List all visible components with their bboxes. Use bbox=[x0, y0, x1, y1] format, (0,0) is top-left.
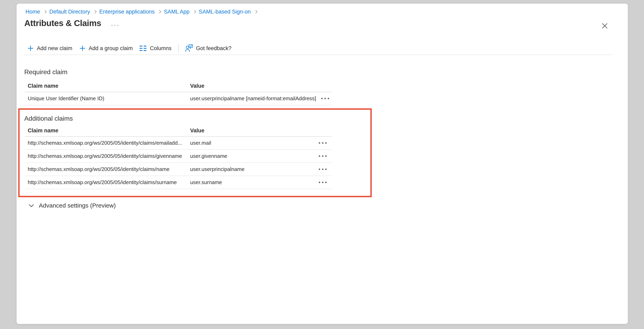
row-menu-button[interactable] bbox=[320, 96, 330, 101]
desktop-background: { "breadcrumb": { "items": ["Home", "Def… bbox=[0, 0, 644, 329]
chevron-right-icon bbox=[158, 10, 161, 13]
claim-value-cell: user.mail bbox=[190, 140, 314, 146]
breadcrumb-saml-based-sign-on[interactable]: SAML-based Sign-on bbox=[199, 9, 251, 15]
table-header-row: Claim name Value bbox=[25, 80, 332, 92]
page-title: Attributes & Claims bbox=[24, 17, 101, 29]
table-row[interactable]: http://schemas.xmlsoap.org/ws/2005/05/id… bbox=[25, 163, 332, 176]
claim-value-cell: user.givenname bbox=[190, 153, 314, 159]
required-claim-heading: Required claim bbox=[24, 67, 67, 76]
columns-icon bbox=[140, 45, 147, 51]
breadcrumb-saml-app[interactable]: SAML App bbox=[164, 9, 190, 15]
claim-name-cell: Unique User Identifier (Name ID) bbox=[25, 95, 190, 102]
title-row: Attributes & Claims ··· bbox=[24, 17, 120, 29]
column-header-claim-name: Claim name bbox=[25, 83, 190, 89]
chevron-right-icon bbox=[192, 10, 196, 13]
chevron-right-icon bbox=[43, 10, 47, 13]
breadcrumb-enterprise-applications[interactable]: Enterprise applications bbox=[99, 9, 154, 15]
advanced-settings-label: Advanced settings (Preview) bbox=[39, 202, 116, 209]
claim-name-cell: http://schemas.xmlsoap.org/ws/2005/05/id… bbox=[25, 179, 190, 186]
claim-value-cell: user.surname bbox=[190, 179, 314, 186]
context-menu-button[interactable]: ··· bbox=[111, 22, 120, 28]
columns-button[interactable]: Columns bbox=[136, 43, 175, 54]
toolbar-button-label: Add new claim bbox=[37, 45, 72, 51]
ellipsis-icon bbox=[319, 142, 327, 144]
claim-name-cell: http://schemas.xmlsoap.org/ws/2005/05/id… bbox=[25, 140, 190, 146]
toolbar: Add new claim Add a group claim Columns bbox=[24, 42, 235, 54]
plus-icon bbox=[79, 45, 86, 51]
add-new-claim-button[interactable]: Add new claim bbox=[24, 43, 76, 54]
got-feedback-button[interactable]: Got feedback? bbox=[182, 43, 235, 54]
table-row[interactable]: http://schemas.xmlsoap.org/ws/2005/05/id… bbox=[25, 137, 332, 150]
toolbar-button-label: Got feedback? bbox=[196, 45, 232, 51]
row-menu-button[interactable] bbox=[318, 180, 328, 185]
breadcrumb-default-directory[interactable]: Default Directory bbox=[49, 9, 90, 15]
required-claim-table: Claim name Value Unique User Identifier … bbox=[25, 80, 332, 105]
feedback-icon bbox=[185, 44, 193, 52]
chevron-down-icon bbox=[28, 203, 34, 209]
breadcrumb-home[interactable]: Home bbox=[26, 9, 40, 15]
toolbar-divider bbox=[178, 44, 178, 52]
advanced-settings-toggle[interactable]: Advanced settings (Preview) bbox=[28, 200, 116, 211]
chevron-right-icon bbox=[254, 10, 257, 13]
attributes-claims-blade: Home Default Directory Enterprise applic… bbox=[16, 4, 628, 324]
claim-value-cell: user.userprincipalname [nameid-format:em… bbox=[190, 95, 316, 102]
table-header-row: Claim name Value bbox=[25, 125, 332, 137]
close-icon bbox=[602, 23, 608, 29]
toolbar-divider-line bbox=[24, 54, 612, 55]
table-row[interactable]: http://schemas.xmlsoap.org/ws/2005/05/id… bbox=[25, 176, 332, 189]
row-menu-button[interactable] bbox=[318, 153, 328, 159]
row-menu-button[interactable] bbox=[318, 167, 328, 172]
ellipsis-icon bbox=[319, 155, 327, 157]
ellipsis-icon bbox=[319, 182, 327, 183]
column-header-claim-name: Claim name bbox=[25, 127, 190, 134]
claim-value-cell: user.userprincipalname bbox=[190, 166, 314, 172]
additional-claims-table: Claim name Value http://schemas.xmlsoap.… bbox=[25, 125, 332, 189]
column-header-value: Value bbox=[190, 127, 314, 134]
close-button[interactable] bbox=[600, 21, 610, 31]
toolbar-button-label: Columns bbox=[150, 45, 172, 51]
table-row[interactable]: Unique User Identifier (Name ID) user.us… bbox=[25, 92, 332, 105]
table-row[interactable]: http://schemas.xmlsoap.org/ws/2005/05/id… bbox=[25, 150, 332, 163]
claim-name-cell: http://schemas.xmlsoap.org/ws/2005/05/id… bbox=[25, 166, 190, 172]
additional-claims-heading: Additional claims bbox=[24, 114, 73, 123]
claim-name-cell: http://schemas.xmlsoap.org/ws/2005/05/id… bbox=[25, 153, 190, 159]
chevron-right-icon bbox=[93, 10, 97, 13]
breadcrumb: Home Default Directory Enterprise applic… bbox=[26, 8, 260, 15]
add-group-claim-button[interactable]: Add a group claim bbox=[76, 43, 136, 54]
ellipsis-icon bbox=[319, 169, 327, 170]
plus-icon bbox=[27, 45, 34, 51]
ellipsis-icon bbox=[321, 98, 329, 99]
toolbar-button-label: Add a group claim bbox=[89, 45, 133, 51]
row-menu-button[interactable] bbox=[318, 140, 328, 146]
column-header-value: Value bbox=[190, 83, 314, 89]
